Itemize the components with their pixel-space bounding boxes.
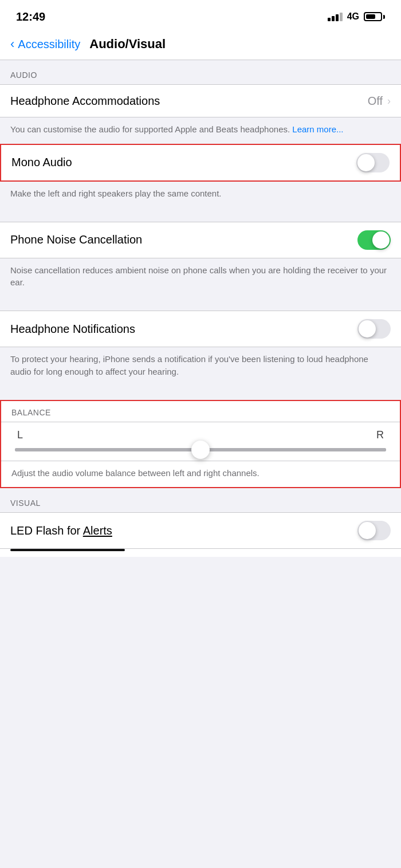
battery-icon [364, 12, 385, 21]
mono-audio-row[interactable]: Mono Audio [1, 145, 400, 180]
balance-section-header: BALANCE [1, 401, 400, 422]
gap1 [0, 208, 401, 222]
headphone-accommodations-label: Headphone Accommodations [10, 95, 368, 108]
back-chevron-icon: ‹ [10, 37, 14, 52]
status-icons: 4G [328, 11, 385, 22]
headphone-notif-row[interactable]: Headphone Notifications [0, 311, 401, 347]
mono-audio-label: Mono Audio [11, 156, 356, 169]
mono-audio-desc: Make the left and right speakers play th… [0, 182, 401, 208]
visual-section-header: VISUAL [0, 488, 401, 512]
balance-right-label: R [376, 429, 384, 441]
headphone-accommodations-row[interactable]: Headphone Accommodations Off › [0, 85, 401, 117]
led-flash-toggle[interactable] [357, 521, 391, 540]
status-time: 12:49 [16, 10, 45, 23]
led-flash-label-underline: Alerts [83, 524, 112, 537]
phone-noise-toggle[interactable] [357, 230, 391, 250]
balance-slider-track[interactable] [15, 448, 386, 451]
balance-left-label: L [17, 429, 23, 441]
balance-slider-knob[interactable] [191, 441, 210, 459]
gap3 [0, 386, 401, 400]
led-flash-underline-bar [0, 549, 401, 557]
headphone-accommodations-card: Headphone Accommodations Off › [0, 84, 401, 117]
slider-fill-right [200, 448, 386, 451]
headphone-notif-toggle-knob [359, 320, 376, 337]
headphone-notif-card: Headphone Notifications [0, 311, 401, 347]
mono-audio-wrapper: Mono Audio [0, 144, 401, 182]
signal-icon [328, 13, 343, 21]
balance-section: BALANCE L R Adjust the audio volume bala… [0, 400, 401, 489]
headphone-notif-toggle[interactable] [357, 319, 391, 339]
headphone-desc: You can customise the audio for supporte… [0, 117, 401, 144]
headphone-accommodations-right: Off › [368, 95, 391, 108]
led-flash-label: LED Flash for Alerts [10, 524, 357, 537]
led-flash-card: LED Flash for Alerts [0, 512, 401, 549]
gap2 [0, 297, 401, 311]
headphone-notif-label: Headphone Notifications [10, 323, 357, 336]
mono-audio-toggle[interactable] [356, 153, 390, 172]
learn-more-link[interactable]: Learn more... [292, 124, 343, 134]
page-title: Audio/Visual [89, 37, 166, 52]
nav-header: ‹ Accessibility Audio/Visual [0, 31, 401, 60]
balance-slider-container [1, 445, 400, 461]
phone-noise-row[interactable]: Phone Noise Cancellation [0, 222, 401, 258]
phone-noise-label: Phone Noise Cancellation [10, 233, 357, 246]
network-type: 4G [347, 11, 359, 22]
led-flash-toggle-knob [359, 522, 376, 539]
balance-desc: Adjust the audio volume balance between … [1, 461, 400, 488]
headphone-accommodations-value: Off [368, 95, 383, 108]
mono-audio-toggle-knob [357, 154, 375, 171]
slider-fill-left [15, 448, 200, 451]
phone-noise-toggle-knob [372, 231, 390, 249]
audio-section-header: AUDIO [0, 60, 401, 84]
noise-desc: Noise cancellation reduces ambient noise… [0, 258, 401, 297]
bottom-spacer [0, 557, 401, 580]
led-flash-row[interactable]: LED Flash for Alerts [0, 513, 401, 548]
headphone-notif-desc: To protect your hearing, iPhone sends a … [0, 347, 401, 386]
phone-noise-card: Phone Noise Cancellation [0, 222, 401, 258]
status-bar: 12:49 4G [0, 0, 401, 31]
chevron-right-icon: › [387, 95, 391, 107]
back-button[interactable]: ‹ Accessibility [10, 37, 80, 52]
back-label: Accessibility [18, 38, 80, 51]
